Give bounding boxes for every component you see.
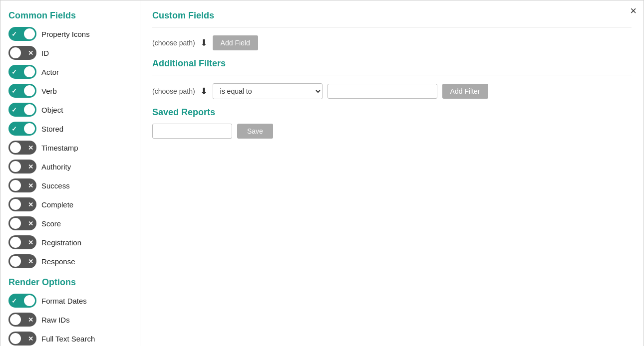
xmark-icon: ✕ <box>28 316 33 324</box>
toggle-row-score: ✕Score <box>8 216 132 230</box>
toggle-label-property-icons: Property Icons <box>41 30 90 38</box>
choose-path-label-filter: (choose path) <box>152 87 195 95</box>
custom-fields-row: (choose path) ⬇ Add Field <box>152 35 632 50</box>
toggle-label-verb: Verb <box>41 87 57 95</box>
toggle-property-icons[interactable]: ✓ <box>8 27 36 41</box>
render-options-title: Render Options <box>8 277 132 288</box>
toggle-label-id-field: ID <box>41 49 49 57</box>
render-options-list: ✓Format Dates✕Raw IDs✕Full Text Search✕C… <box>8 294 132 346</box>
toggle-label-format-dates: Format Dates <box>41 297 87 305</box>
xmark-icon: ✕ <box>28 144 33 152</box>
choose-path-arrow-filter[interactable]: ⬇ <box>200 86 208 97</box>
xmark-icon: ✕ <box>28 182 33 189</box>
xmark-icon: ✕ <box>28 335 33 343</box>
add-field-button[interactable]: Add Field <box>213 35 258 50</box>
checkmark-icon: ✓ <box>11 30 17 38</box>
custom-fields-title: Custom Fields <box>152 10 632 21</box>
toggle-label-full-text-search: Full Text Search <box>41 335 95 343</box>
toggle-object[interactable]: ✓ <box>8 103 36 117</box>
toggle-label-raw-ids: Raw IDs <box>41 316 70 324</box>
toggle-row-id-field: ✕ID <box>8 46 132 60</box>
filter-row: (choose path) ⬇ is equal tois not equal … <box>152 83 632 99</box>
toggle-format-dates[interactable]: ✓ <box>8 294 36 308</box>
toggle-row-success: ✕Success <box>8 178 132 192</box>
toggle-label-object: Object <box>41 106 63 114</box>
toggle-label-stored: Stored <box>41 125 63 133</box>
toggle-score[interactable]: ✕ <box>8 216 36 230</box>
common-fields-title: Common Fields <box>8 10 132 21</box>
toggle-id-field[interactable]: ✕ <box>8 46 36 60</box>
toggle-row-format-dates: ✓Format Dates <box>8 294 132 308</box>
xmark-icon: ✕ <box>28 201 33 208</box>
xmark-icon: ✕ <box>28 239 33 246</box>
toggle-row-registration: ✕Registration <box>8 235 132 249</box>
toggle-label-authority: Authority <box>41 163 71 171</box>
checkmark-icon: ✓ <box>11 297 17 305</box>
xmark-icon: ✕ <box>28 163 33 171</box>
additional-filters-title: Additional Filters <box>152 58 632 69</box>
toggle-raw-ids[interactable]: ✕ <box>8 313 36 327</box>
xmark-icon: ✕ <box>28 49 33 57</box>
choose-path-arrow-custom[interactable]: ⬇ <box>200 37 208 48</box>
toggle-complete[interactable]: ✕ <box>8 197 36 211</box>
xmark-icon: ✕ <box>28 220 33 227</box>
saved-reports-row: Save <box>152 124 632 139</box>
xmark-icon: ✕ <box>28 258 33 265</box>
toggle-row-actor: ✓Actor <box>8 65 132 79</box>
checkmark-icon: ✓ <box>11 68 17 76</box>
checkmark-icon: ✓ <box>11 87 17 95</box>
filter-operator-select[interactable]: is equal tois not equal tocontainsdoes n… <box>213 83 322 99</box>
toggle-row-raw-ids: ✕Raw IDs <box>8 313 132 327</box>
toggle-response[interactable]: ✕ <box>8 254 36 268</box>
save-button[interactable]: Save <box>237 124 273 139</box>
toggle-verb[interactable]: ✓ <box>8 84 36 98</box>
filter-value-input[interactable] <box>327 84 437 99</box>
toggle-label-success: Success <box>41 181 70 190</box>
toggle-row-response: ✕Response <box>8 254 132 268</box>
toggle-label-complete: Complete <box>41 200 73 209</box>
toggle-full-text-search[interactable]: ✕ <box>8 332 36 346</box>
toggle-registration[interactable]: ✕ <box>8 235 36 249</box>
right-panel: Custom Fields (choose path) ⬇ Add Field … <box>140 0 644 346</box>
toggle-row-full-text-search: ✕Full Text Search <box>8 332 132 346</box>
toggle-authority[interactable]: ✕ <box>8 160 36 173</box>
toggle-row-timestamp: ✕Timestamp <box>8 141 132 155</box>
saved-reports-title: Saved Reports <box>152 107 632 118</box>
toggle-row-stored: ✓Stored <box>8 122 132 136</box>
toggle-row-authority: ✕Authority <box>8 160 132 173</box>
toggle-label-timestamp: Timestamp <box>41 144 78 152</box>
common-fields-list: ✓Property Icons✕ID✓Actor✓Verb✓Object✓Sto… <box>8 27 132 268</box>
checkmark-icon: ✓ <box>11 125 17 133</box>
checkmark-icon: ✓ <box>11 106 17 114</box>
render-options-section: Render Options ✓Format Dates✕Raw IDs✕Ful… <box>8 277 132 346</box>
toggle-label-score: Score <box>41 219 61 228</box>
toggle-timestamp[interactable]: ✕ <box>8 141 36 155</box>
divider-custom <box>152 27 632 27</box>
toggle-actor[interactable]: ✓ <box>8 65 36 79</box>
toggle-row-complete: ✕Complete <box>8 197 132 211</box>
close-button[interactable]: × <box>630 5 637 16</box>
choose-path-label-custom: (choose path) <box>152 39 195 47</box>
toggle-row-verb: ✓Verb <box>8 84 132 98</box>
modal: × Common Fields ✓Property Icons✕ID✓Actor… <box>0 0 644 346</box>
add-filter-button[interactable]: Add Filter <box>442 84 488 99</box>
toggle-label-registration: Registration <box>41 238 81 247</box>
left-panel: Common Fields ✓Property Icons✕ID✓Actor✓V… <box>0 0 140 346</box>
toggle-stored[interactable]: ✓ <box>8 122 36 136</box>
divider-filters <box>152 75 632 75</box>
toggle-success[interactable]: ✕ <box>8 178 36 192</box>
toggle-label-actor: Actor <box>41 68 59 76</box>
toggle-row-property-icons: ✓Property Icons <box>8 27 132 41</box>
toggle-row-object: ✓Object <box>8 103 132 117</box>
saved-reports-input[interactable] <box>152 124 232 139</box>
toggle-label-response: Response <box>41 257 75 266</box>
